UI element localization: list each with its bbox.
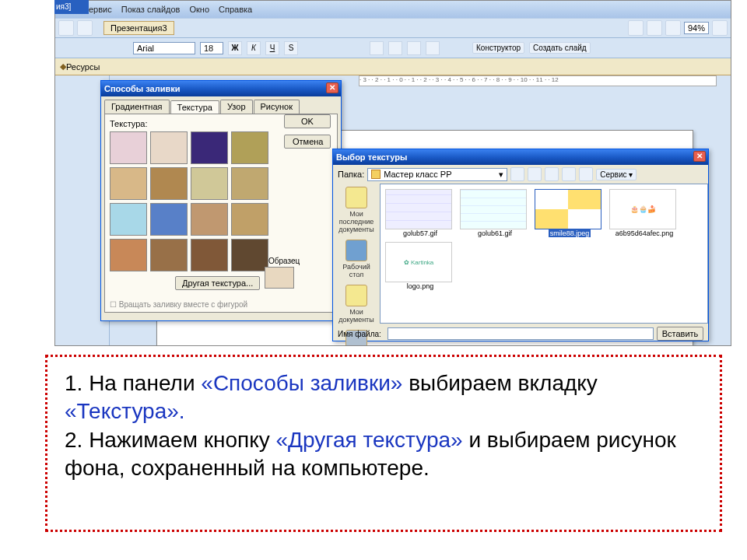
folder-icon <box>345 187 367 208</box>
toolbar-button[interactable] <box>628 20 644 36</box>
shadow-button[interactable]: S <box>284 41 298 55</box>
align-button[interactable] <box>407 41 421 55</box>
new-slide-button[interactable]: Создать слайд <box>529 42 591 54</box>
fill-effects-dialog: Способы заливки ✕ Градиентная Текстура У… <box>100 80 342 321</box>
folder-icon <box>371 170 381 179</box>
tab-texture[interactable]: Текстура <box>170 100 219 114</box>
texture-swatch[interactable] <box>110 131 147 164</box>
formatting-toolbar: Arial 18 Ж К Ч S Конструктор Создать сла… <box>55 38 731 58</box>
place-desktop[interactable]: Рабочий стол <box>335 240 378 278</box>
file-item[interactable]: 🎂🧁🍰 a6b95d64afec.png <box>609 189 679 237</box>
menu-help[interactable]: Справка <box>219 5 252 14</box>
file-thumb <box>460 189 527 229</box>
up-icon[interactable] <box>528 167 542 181</box>
filename-input[interactable] <box>388 327 654 340</box>
file-thumb: 🎂🧁🍰 <box>609 189 676 229</box>
texture-swatch[interactable] <box>150 167 188 200</box>
resources-label[interactable]: Ресурсы <box>66 62 100 72</box>
file-toolbar: Папка: Мастер класс РР ▾ Сервис ▾ <box>333 165 708 184</box>
file-item[interactable]: golub61.gif <box>460 189 530 237</box>
menu-slideshow[interactable]: Показ слайдов <box>121 5 181 14</box>
texture-swatch[interactable] <box>231 203 268 236</box>
tab-pattern[interactable]: Узор <box>220 100 253 114</box>
texture-swatch[interactable] <box>150 239 188 271</box>
texture-file-dialog: Выбор текстуры ✕ Папка: Мастер класс РР … <box>332 149 709 341</box>
file-item[interactable]: golub57.gif <box>385 189 455 237</box>
tab-picture[interactable]: Рисунок <box>254 100 300 114</box>
sample-preview <box>265 267 294 289</box>
places-bar: Мои последние документы Рабочий стол Мои… <box>333 184 380 324</box>
tools-menu[interactable]: Сервис ▾ <box>596 169 637 180</box>
filename-label: Имя файла: <box>338 330 384 338</box>
folder-combo[interactable]: Мастер класс РР ▾ <box>367 168 507 181</box>
menu-window[interactable]: Окно <box>189 5 209 14</box>
font-family[interactable]: Arial <box>133 42 195 54</box>
font-size[interactable]: 18 <box>200 42 223 54</box>
cancel-button[interactable]: Отмена <box>284 135 331 149</box>
place-mydocs[interactable]: Мои документы <box>335 285 378 324</box>
underline-button[interactable]: Ч <box>265 41 279 55</box>
file-list[interactable]: golub57.gif golub61.gif smile88.jpeg 🎂🧁🍰… <box>380 184 708 324</box>
texture-swatch[interactable] <box>110 203 147 236</box>
texture-swatch[interactable] <box>191 167 228 200</box>
place-recent[interactable]: Мои последние документы <box>335 187 378 233</box>
close-icon[interactable]: ✕ <box>326 82 338 93</box>
align-button[interactable] <box>370 41 384 55</box>
texture-swatch[interactable] <box>231 239 268 271</box>
desktop-icon <box>345 240 367 261</box>
file-bottom: Имя файла: Вставить <box>333 324 708 344</box>
toolbar-button[interactable] <box>665 20 681 36</box>
rotate-fill-checkbox[interactable]: ☐ Вращать заливку вместе с фигурой <box>110 300 247 309</box>
powerpoint-window: иат Сервис Показ слайдов Окно Справка Пр… <box>54 0 731 346</box>
close-icon[interactable]: ✕ <box>693 151 706 162</box>
ok-button[interactable]: OK <box>284 114 331 128</box>
search-icon[interactable] <box>545 167 559 181</box>
delete-icon[interactable] <box>562 167 576 181</box>
file-dialog-title: Выбор текстуры <box>336 152 407 162</box>
fill-dialog-title: Способы заливки <box>104 84 180 93</box>
file-item[interactable]: ✿ Kartinka logo.png <box>385 242 455 290</box>
toolbar-button[interactable] <box>647 20 662 36</box>
file-item[interactable]: smile88.jpeg <box>535 189 605 237</box>
tab-gradient[interactable]: Градиентная <box>104 100 170 114</box>
texture-swatch[interactable] <box>191 239 228 271</box>
insert-button[interactable]: Вставить <box>657 327 703 341</box>
other-texture-button[interactable]: Другая текстура... <box>175 276 260 290</box>
cancel-button[interactable]: Отмена <box>657 345 703 346</box>
file-thumb <box>535 189 601 229</box>
italic-button[interactable]: К <box>247 41 261 55</box>
sample-label: Образец <box>268 257 300 265</box>
back-icon[interactable] <box>510 167 524 181</box>
align-button[interactable] <box>426 41 440 55</box>
texture-swatch[interactable] <box>110 239 147 271</box>
horizontal-ruler: · 3 · · 2 · · 1 · · 0 · · 1 · · 2 · · 3 … <box>359 75 717 86</box>
texture-grid <box>110 131 332 271</box>
file-thumb <box>385 189 452 229</box>
instruction-box: 1. На панели «Способы заливки» выбираем … <box>45 355 722 532</box>
texture-swatch[interactable] <box>110 167 147 200</box>
texture-tab-body: Текстура: OK Отмена Обра <box>104 114 338 313</box>
bold-button[interactable]: Ж <box>228 41 242 55</box>
new-folder-icon[interactable] <box>579 167 593 181</box>
toolbar-button[interactable] <box>58 20 74 36</box>
toolbar-button[interactable] <box>712 20 728 36</box>
file-thumb: ✿ Kartinka <box>385 242 452 282</box>
document-tab[interactable]: Презентация3 <box>103 21 174 35</box>
folder-icon <box>345 285 367 306</box>
texture-swatch[interactable] <box>191 131 228 164</box>
align-button[interactable] <box>388 41 402 55</box>
texture-swatch[interactable] <box>150 203 188 236</box>
zoom-level[interactable]: 94% <box>684 22 709 34</box>
texture-swatch[interactable] <box>231 167 268 200</box>
designer-button[interactable]: Конструктор <box>472 42 524 54</box>
standard-toolbar: Презентация3 94% <box>55 18 731 38</box>
texture-swatch[interactable] <box>191 203 228 236</box>
file-bottom-2: Тип файлов: Все рисунки (*.emf;*.wmf;*.j… <box>333 342 708 346</box>
title-fragment: ия3] <box>54 0 89 14</box>
file-dialog-titlebar[interactable]: Выбор текстуры ✕ <box>333 149 708 165</box>
menu-bar[interactable]: иат Сервис Показ слайдов Окно Справка <box>55 1 731 18</box>
fill-dialog-titlebar[interactable]: Способы заливки ✕ <box>101 81 341 96</box>
toolbar-button[interactable] <box>77 20 93 36</box>
texture-swatch[interactable] <box>231 131 268 164</box>
texture-swatch[interactable] <box>150 131 188 164</box>
